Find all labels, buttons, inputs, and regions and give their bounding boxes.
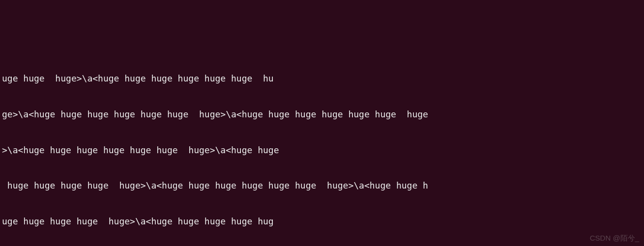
terminal-line: uge huge huge>\a<huge huge huge huge hug… — [2, 73, 642, 84]
terminal-output: uge huge huge>\a<huge huge huge huge hug… — [2, 49, 642, 246]
terminal-line: huge huge huge huge huge>\a<huge huge hu… — [2, 180, 642, 191]
terminal-line: ge>\a<huge huge huge huge huge huge huge… — [2, 109, 642, 120]
terminal-line: uge huge huge huge huge>\a<huge huge hug… — [2, 216, 642, 227]
watermark-text: CSDN @陌兮_ — [590, 233, 639, 243]
terminal-line: >\a<huge huge huge huge huge huge huge>\… — [2, 144, 642, 156]
